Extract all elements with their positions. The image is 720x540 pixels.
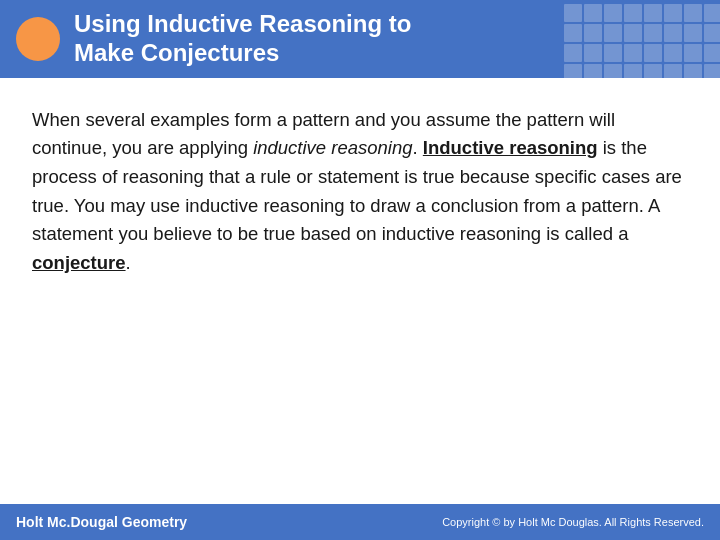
content-paragraph: When several examples form a pattern and… — [32, 106, 688, 278]
footer-bar: Holt Mc.Dougal Geometry Copyright © by H… — [0, 504, 720, 540]
italic-text: inductive reasoning — [253, 137, 412, 158]
footer-right-text: Copyright © by Holt Mc Douglas. All Righ… — [442, 516, 704, 528]
conjecture-term: conjecture — [32, 252, 126, 273]
footer-left-text: Holt Mc.Dougal Geometry — [16, 514, 187, 530]
header-title-line2: Make Conjectures — [74, 39, 279, 66]
header-title-line1: Using Inductive Reasoning to — [74, 10, 411, 37]
header-title: Using Inductive Reasoning to Make Conjec… — [74, 10, 411, 68]
header-icon — [16, 17, 60, 61]
header-decoration — [560, 0, 720, 78]
header-bar: Using Inductive Reasoning to Make Conjec… — [0, 0, 720, 78]
inductive-reasoning-term: Inductive reasoning — [423, 137, 598, 158]
main-content: When several examples form a pattern and… — [0, 78, 720, 298]
